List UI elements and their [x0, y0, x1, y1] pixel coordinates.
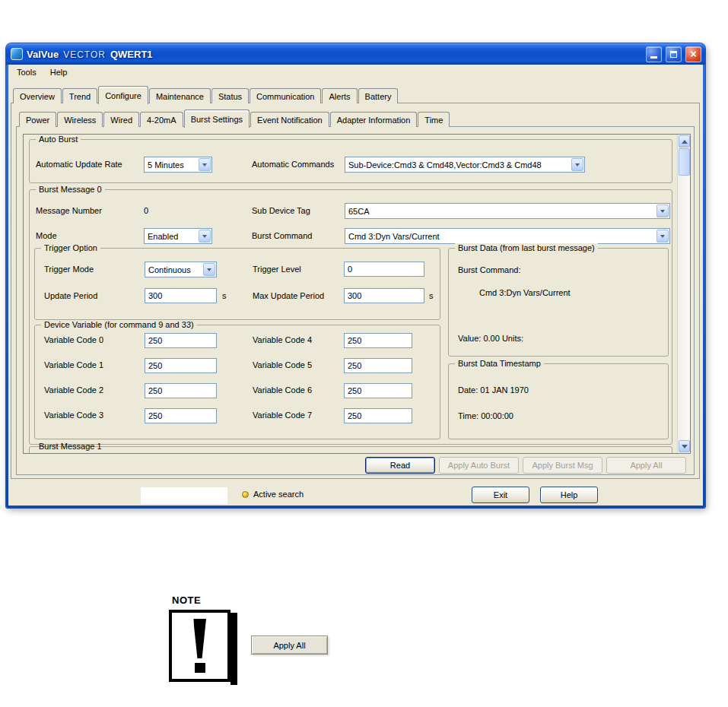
group-burst-data: Burst Data (from last burst message) Bur…: [448, 248, 669, 357]
group-burst-message-0: Burst Message 0 Message Number 0 Sub Dev…: [29, 189, 672, 445]
app-icon: [11, 48, 23, 60]
menu-help[interactable]: Help: [47, 66, 71, 78]
read-button[interactable]: Read: [365, 457, 435, 474]
subtab-4-20ma[interactable]: 4-20mA: [140, 112, 183, 127]
burst-time: Time: 00:00:00: [458, 411, 513, 420]
title-brand: VECTOR: [63, 49, 106, 60]
dropdown-arrow-icon[interactable]: [656, 230, 669, 243]
variable-code-5-label: Variable Code 5: [253, 360, 312, 369]
burst-data-command-value: Cmd 3:Dyn Vars/Current: [479, 288, 571, 297]
trigger-mode-combo[interactable]: Continuous: [145, 262, 217, 277]
variable-code-4-input[interactable]: [344, 333, 412, 348]
tab-communication[interactable]: Communication: [250, 88, 321, 103]
subtab-power[interactable]: Power: [19, 112, 56, 127]
scroll-up-icon: [682, 137, 688, 144]
exclamation-icon: [193, 619, 206, 658]
app-window: ValVue VECTOR QWERT1 × Tools Help Overvi…: [6, 43, 705, 508]
mode-value: Enabled: [145, 232, 199, 241]
main-tabs: Overview Trend Configure Maintenance Sta…: [13, 87, 399, 103]
variable-code-7-label: Variable Code 7: [253, 411, 312, 420]
sub-tabs: Power Wireless Wired 4-20mA Burst Settin…: [19, 110, 450, 127]
automatic-update-rate-label: Automatic Update Rate: [36, 160, 122, 169]
scroll-down-button[interactable]: [679, 440, 690, 452]
window-body: Tools Help Overview Trend Configure Main…: [8, 65, 703, 506]
mode-label: Mode: [36, 231, 57, 240]
subtab-wired[interactable]: Wired: [103, 112, 139, 127]
maximize-icon: [670, 51, 677, 58]
variable-code-2-input[interactable]: [145, 383, 217, 398]
apply-all-button[interactable]: Apply All: [606, 457, 686, 474]
tab-maintenance[interactable]: Maintenance: [149, 88, 211, 103]
maximize-button[interactable]: [666, 46, 682, 62]
dropdown-arrow-icon[interactable]: [571, 158, 583, 171]
mode-combo[interactable]: Enabled: [144, 228, 212, 244]
group-burst-data-title: Burst Data (from last burst message): [455, 243, 598, 252]
help-button[interactable]: Help: [540, 487, 598, 503]
menu-tools[interactable]: Tools: [14, 66, 40, 78]
tab-status[interactable]: Status: [211, 88, 249, 103]
title-device: QWERT1: [110, 49, 153, 60]
variable-code-2-label: Variable Code 2: [44, 385, 103, 395]
automatic-commands-label: Automatic Commands: [252, 160, 334, 169]
note-icon: [169, 610, 230, 682]
variable-code-3-input[interactable]: [145, 408, 217, 423]
titlebar[interactable]: ValVue VECTOR QWERT1 ×: [6, 43, 705, 65]
close-button[interactable]: ×: [685, 46, 701, 62]
minimize-icon: [650, 56, 657, 59]
tab-alerts[interactable]: Alerts: [322, 88, 357, 103]
group-device-variable: Device Variable (for command 9 and 33) V…: [34, 325, 440, 439]
max-update-period-input[interactable]: [344, 288, 424, 303]
content-viewport: Auto Burst Automatic Update Rate 5 Minut…: [23, 134, 691, 454]
tab-configure[interactable]: Configure: [98, 86, 148, 104]
update-period-unit: s: [222, 291, 227, 300]
scroll-up-button[interactable]: [679, 135, 690, 147]
sample-apply-all-button: Apply All: [251, 636, 328, 655]
close-icon: ×: [690, 49, 696, 59]
variable-code-6-input[interactable]: [344, 383, 412, 398]
automatic-update-rate-value: 5 Minutes: [145, 160, 199, 170]
dropdown-arrow-icon[interactable]: [656, 204, 669, 217]
tab-battery[interactable]: Battery: [358, 88, 399, 103]
scroll-down-icon: [682, 445, 688, 452]
minimize-button[interactable]: [646, 46, 662, 62]
exit-button[interactable]: Exit: [472, 487, 529, 503]
variable-code-0-input[interactable]: [145, 333, 217, 348]
variable-code-5-input[interactable]: [344, 358, 412, 373]
message-number-value: 0: [144, 206, 148, 215]
dropdown-arrow-icon[interactable]: [199, 158, 211, 171]
group-auto-burst-title: Auto Burst: [36, 135, 81, 144]
dropdown-arrow-icon[interactable]: [203, 263, 215, 276]
active-search-label: Active search: [253, 490, 304, 499]
apply-burst-msg-button[interactable]: Apply Burst Msg: [523, 457, 602, 474]
dropdown-arrow-icon[interactable]: [199, 230, 211, 243]
automatic-commands-combo[interactable]: Sub-Device:Cmd3 & Cmd48,Vector:Cmd3 & Cm…: [345, 157, 585, 173]
sub-device-tag-combo[interactable]: 65CA: [345, 203, 670, 219]
variable-code-6-label: Variable Code 6: [253, 385, 312, 395]
burst-command-combo[interactable]: Cmd 3:Dyn Vars/Current: [345, 228, 670, 244]
subtab-burst-settings[interactable]: Burst Settings: [184, 109, 250, 128]
variable-code-1-input[interactable]: [145, 358, 217, 373]
group-device-variable-title: Device Variable (for command 9 and 33): [41, 320, 197, 329]
subtab-adapter-information[interactable]: Adapter Information: [330, 112, 418, 127]
variable-code-7-input[interactable]: [344, 408, 412, 423]
scrollbar-thumb[interactable]: [679, 148, 690, 176]
exclamation-dot-icon: [195, 663, 205, 673]
subtab-event-notification[interactable]: Event Notification: [250, 112, 329, 127]
group-burst-message-0-title: Burst Message 0: [36, 185, 105, 194]
update-period-input[interactable]: [145, 288, 217, 303]
subtab-time[interactable]: Time: [418, 112, 450, 127]
automatic-update-rate-combo[interactable]: 5 Minutes: [144, 157, 212, 173]
active-search-dot-icon: [242, 491, 249, 498]
tab-trend[interactable]: Trend: [62, 88, 97, 103]
subtab-wireless[interactable]: Wireless: [57, 112, 103, 127]
update-period-label: Update Period: [44, 291, 97, 300]
variable-code-1-label: Variable Code 1: [44, 360, 103, 369]
tab-overview[interactable]: Overview: [13, 88, 62, 103]
vertical-scrollbar[interactable]: [677, 135, 690, 453]
status-blank-area: [141, 487, 227, 504]
trigger-mode-value: Continuous: [145, 265, 203, 274]
note-heading: NOTE: [172, 594, 201, 606]
burst-command-value: Cmd 3:Dyn Vars/Current: [345, 232, 656, 241]
apply-auto-burst-button[interactable]: Apply Auto Burst: [439, 457, 519, 474]
trigger-level-input[interactable]: [344, 262, 424, 277]
